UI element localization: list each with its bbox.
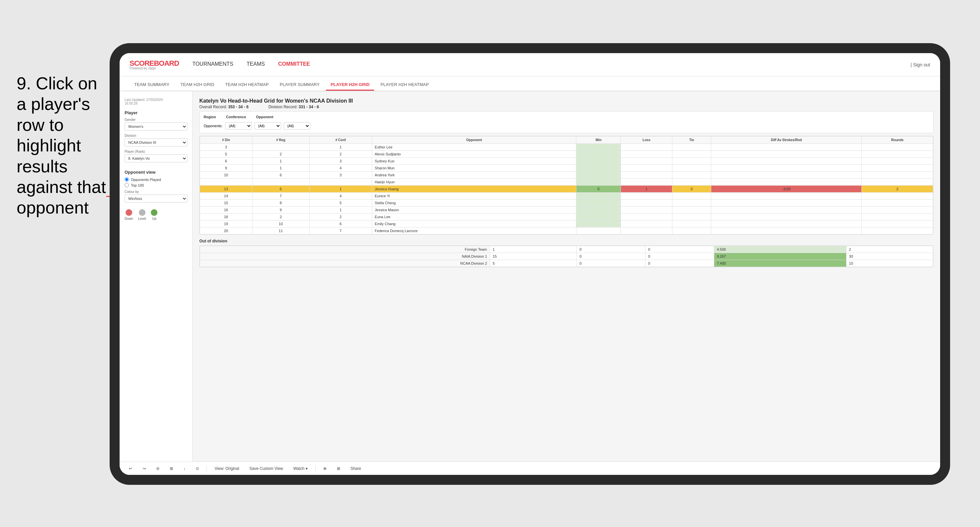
- col-rounds: Rounds: [862, 137, 933, 144]
- nav-teams[interactable]: TEAMS: [247, 59, 265, 71]
- sidebar-player-rank-select[interactable]: 8. Katelyn Vo: [124, 154, 187, 162]
- toolbar-view-original[interactable]: View: Original: [212, 465, 242, 472]
- colour-down: Down: [124, 209, 133, 221]
- tab-player-summary[interactable]: PLAYER SUMMARY: [275, 79, 324, 90]
- filters-container: Region Conference Opponent Opponents: (A…: [199, 111, 934, 133]
- team-name: NCAA Division 2: [200, 260, 490, 267]
- table-row[interactable]: 1691 Jessica Mason: [200, 206, 933, 214]
- col-tie: Tie: [672, 137, 711, 144]
- col-win: Win: [576, 137, 621, 144]
- nav-committee[interactable]: COMMITTEE: [278, 59, 310, 71]
- sub-nav: TEAM SUMMARY TEAM H2H GRID TEAM H2H HEAT…: [119, 76, 940, 91]
- team-name: Foreign Team: [200, 246, 490, 253]
- col-diff: Diff Av Strokes/Rnd: [711, 137, 862, 144]
- out-division-table: Foreign Team 1 0 0 4.500 2 NAIA Division…: [200, 246, 933, 267]
- toolbar-save-custom-view[interactable]: Save Custom View: [247, 465, 286, 472]
- grid-area: Katelyn Vo Head-to-Head Grid for Women's…: [192, 91, 940, 462]
- colour-level: Level: [138, 209, 146, 221]
- toolbar-refresh[interactable]: ⊙: [193, 465, 202, 472]
- filter-region: Region: [204, 115, 216, 120]
- toolbar-grid[interactable]: ⊞: [167, 465, 176, 472]
- toolbar-divider-1: [207, 465, 207, 472]
- toolbar-redo[interactable]: ↪: [140, 465, 148, 472]
- toolbar-divider-2: [315, 465, 316, 472]
- data-grid-wrapper: # Div # Reg # Conf Opponent Win Loss Tie…: [199, 136, 934, 235]
- colour-dot-level: [139, 209, 145, 216]
- toolbar-watch[interactable]: Watch ▾: [291, 465, 310, 472]
- table-row[interactable]: 1063 Andrea York: [200, 172, 933, 179]
- col-loss: Loss: [620, 137, 672, 144]
- list-item[interactable]: NAIA Division 1 15 0 0 9.267 30: [200, 253, 933, 260]
- colour-dot-down: [126, 209, 132, 216]
- table-row[interactable]: 1822 Euna Lee: [200, 214, 933, 221]
- colour-dot-up: [151, 209, 158, 216]
- tab-player-h2h-heatmap[interactable]: PLAYER H2H HEATMAP: [376, 79, 433, 90]
- filters-bottom: Opponents: (All) (All) (All): [204, 122, 929, 130]
- opponents-filter-select[interactable]: (All): [225, 122, 252, 130]
- toolbar-undo[interactable]: ↩: [126, 465, 135, 472]
- overall-record: Overall Record: 353 - 34 - 6: [199, 105, 248, 109]
- table-row[interactable]: 31 Esther Lee: [200, 144, 933, 151]
- instruction-text: 9. Click on a player's row to highlight …: [17, 73, 106, 218]
- sidebar-opponent-view-title: Opponent view: [124, 170, 187, 175]
- out-division-label: Out of division: [199, 239, 934, 243]
- team-name: NAIA Division 1: [200, 253, 490, 260]
- data-table: # Div # Reg # Conf Opponent Win Loss Tie…: [200, 136, 933, 235]
- sidebar-radio-group: Opponents Played Top 100: [124, 177, 187, 187]
- toolbar-cancel[interactable]: ⊘: [153, 465, 162, 472]
- sidebar: Last Updated: 27/03/202416:55:28 Player …: [119, 91, 192, 462]
- table-row[interactable]: 522 Alexis Sudjianto: [200, 151, 933, 158]
- colour-label-level: Level: [138, 217, 146, 221]
- list-item[interactable]: NCAA Division 2 5 0 0 7.400 10: [200, 260, 933, 267]
- out-division-wrapper: Foreign Team 1 0 0 4.500 2 NAIA Division…: [199, 245, 934, 267]
- col-conf: # Conf: [309, 137, 372, 144]
- colour-indicators: Down Level Up: [124, 209, 187, 221]
- toolbar-share[interactable]: Share: [348, 465, 364, 472]
- bottom-toolbar: ↩ ↪ ⊘ ⊞ ↓ ⊙ View: Original Save Custom V…: [119, 462, 940, 475]
- table-row-highlighted[interactable]: 1361 Jessica Huang 0 1 0 -3.00 2: [200, 186, 933, 193]
- main-nav: TOURNAMENTS TEAMS COMMITTEE: [192, 59, 310, 71]
- grid-header: Katelyn Vo Head-to-Head Grid for Women's…: [199, 98, 934, 109]
- sidebar-player-rank-label: Player (Rank): [124, 150, 187, 153]
- top-nav: SCOREBOARD Powered by clippi TOURNAMENTS…: [119, 53, 940, 76]
- table-row[interactable]: 613 Sydney Kuo: [200, 158, 933, 165]
- toolbar-layout[interactable]: ⊞: [334, 465, 343, 472]
- col-reg: # Reg: [252, 137, 309, 144]
- logo-area: SCOREBOARD Powered by clippi: [130, 59, 179, 70]
- filter-conference: Conference: [226, 115, 246, 120]
- tab-team-h2h-grid[interactable]: TEAM H2H GRID: [176, 79, 219, 90]
- sidebar-gender-select[interactable]: Women's: [124, 122, 187, 130]
- conference-filter-select[interactable]: (All): [255, 122, 281, 130]
- tab-team-h2h-heatmap[interactable]: TEAM H2H HEATMAP: [221, 79, 274, 90]
- table-row[interactable]: 1474 Eunice Yi: [200, 193, 933, 200]
- radio-opponents-played[interactable]: Opponents Played: [124, 177, 187, 182]
- nav-tournaments[interactable]: TOURNAMENTS: [192, 59, 233, 71]
- filters-top: Region Conference Opponent: [204, 115, 929, 120]
- col-div: # Div: [200, 137, 253, 144]
- table-row[interactable]: 19106 Emily Chang: [200, 221, 933, 227]
- tab-team-summary[interactable]: TEAM SUMMARY: [130, 79, 174, 90]
- sidebar-gender-label: Gender: [124, 118, 187, 122]
- toolbar-download[interactable]: ↓: [181, 465, 188, 472]
- sidebar-division-label: Division: [124, 134, 187, 138]
- toolbar-add[interactable]: ⊕: [321, 465, 329, 472]
- opponents-filter-label: Opponents:: [204, 124, 223, 128]
- table-row[interactable]: 1585 Stella Cheng: [200, 200, 933, 206]
- sidebar-colour-by-select[interactable]: Win/loss: [124, 195, 187, 203]
- opponent-filter-select[interactable]: (All): [284, 122, 310, 130]
- sign-out-button[interactable]: | Sign out: [910, 62, 930, 67]
- sidebar-colour-by-label: Colour by: [124, 190, 187, 194]
- filter-opponent-group: Opponent: [256, 115, 274, 120]
- grid-records: Overall Record: 353 - 34 - 6 Division Re…: [199, 105, 934, 109]
- tablet-screen: SCOREBOARD Powered by clippi TOURNAMENTS…: [119, 53, 940, 475]
- main-content: Last Updated: 27/03/202416:55:28 Player …: [119, 91, 940, 462]
- table-row[interactable]: Haeijn Hyun: [200, 179, 933, 186]
- colour-up: Up: [151, 209, 158, 221]
- list-item[interactable]: Foreign Team 1 0 0 4.500 2: [200, 246, 933, 253]
- tab-player-h2h-grid[interactable]: PLAYER H2H GRID: [326, 79, 374, 90]
- table-row[interactable]: 20117 Federica Domecq Lacroze: [200, 227, 933, 235]
- sidebar-player-title: Player: [124, 110, 187, 115]
- radio-top100[interactable]: Top 100: [124, 183, 187, 187]
- table-row[interactable]: 914 Sharon Mun: [200, 165, 933, 172]
- sidebar-division-select[interactable]: NCAA Division III: [124, 138, 187, 146]
